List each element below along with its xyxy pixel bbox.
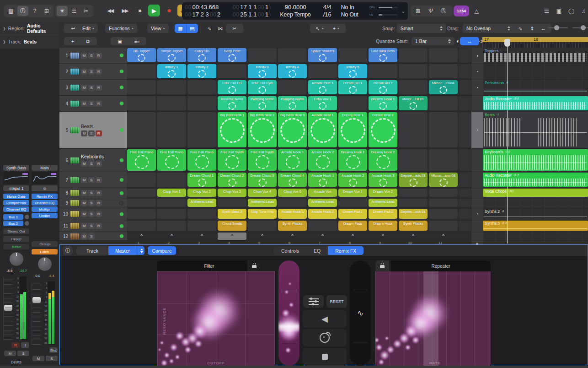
reverse-button[interactable]: ◀ xyxy=(303,310,347,328)
view-menu[interactable]: View▾ xyxy=(147,24,169,33)
plugin-slot[interactable]: Multipr xyxy=(32,206,58,212)
loop-cell[interactable]: Anthemic Lead xyxy=(248,199,277,207)
scene-trigger-10[interactable]: ⌃ xyxy=(399,233,428,240)
scene-trigger-6[interactable]: ⌃ xyxy=(278,233,307,240)
loop-cell[interactable]: Dream Pad 2 xyxy=(369,209,397,219)
send-bus[interactable]: Bus 1 xyxy=(3,214,23,220)
play-button[interactable]: ▶ xyxy=(148,5,160,16)
loop-cell[interactable]: Synth Plucks xyxy=(399,221,428,231)
tab-remix-fx[interactable]: Remix FX xyxy=(328,246,363,255)
arrange-track-row[interactable]: Audio Recorder↺↺ xyxy=(483,96,588,112)
mute-button[interactable]: M xyxy=(81,233,87,239)
loop-cell[interactable]: Space Shakers xyxy=(308,48,337,62)
master-stepper[interactable] xyxy=(137,246,144,255)
volume-fader[interactable] xyxy=(32,281,41,345)
cell-queue-indicator[interactable] xyxy=(471,96,483,112)
loop-cell[interactable]: Arcade Hook 2 xyxy=(338,173,367,187)
track-header-5[interactable]: 5BeatsMSR xyxy=(59,112,127,148)
track-header-7[interactable]: 7MSR xyxy=(59,172,127,188)
loop-cell[interactable]: Pumping Noise xyxy=(248,96,277,110)
toolbar-icon[interactable]: ⊞ xyxy=(41,6,52,16)
loop-cell[interactable]: Infinity 3 xyxy=(248,64,277,78)
empty-cell[interactable] xyxy=(187,221,216,231)
loop-cell[interactable]: Free Fall Piano xyxy=(127,149,156,171)
empty-cell[interactable] xyxy=(157,96,186,110)
loop-cell[interactable]: Simple Topper xyxy=(157,48,186,62)
mute-button[interactable]: M xyxy=(81,69,87,75)
arrange-track-row[interactable]: Toppers xyxy=(483,48,588,64)
plugin-slot[interactable]: Channel EQ xyxy=(32,200,58,206)
cell-queue-indicator[interactable]: ◔ xyxy=(471,112,483,149)
track-header-8[interactable]: 8MSR xyxy=(59,188,127,198)
send-knob[interactable] xyxy=(25,221,29,226)
loop-cell[interactable]: Daydre…ads 01 xyxy=(399,173,428,187)
playhead-handle[interactable] xyxy=(504,39,510,47)
loop-cell[interactable]: Infinity 2 xyxy=(187,64,216,78)
input-slot[interactable]: ◎Input 1 xyxy=(3,185,29,191)
loop-cell[interactable]: Dreams Hook 1 xyxy=(369,96,397,110)
quantize-select[interactable]: 1 Bar xyxy=(412,37,454,45)
solo-button[interactable]: S xyxy=(88,101,95,107)
cell-queue-indicator[interactable] xyxy=(471,220,483,232)
loop-cell[interactable]: Chop Vox 1 xyxy=(157,189,186,197)
apple-loops-icon[interactable]: ◯ xyxy=(566,6,577,16)
browsers-icon[interactable]: ♫ xyxy=(578,6,588,16)
input-monitor-dot[interactable] xyxy=(120,54,123,57)
volume-fader[interactable] xyxy=(3,276,13,340)
loop-cell[interactable]: Arcade Hook 2 xyxy=(308,149,337,171)
track-header-9[interactable]: 9MSR xyxy=(59,198,127,208)
record-enable-button[interactable]: R xyxy=(96,161,102,167)
solo-button[interactable]: S xyxy=(88,69,95,75)
reset-button[interactable]: RESET xyxy=(326,295,347,308)
loop-cell[interactable]: Infinity 1 xyxy=(157,64,186,78)
automation-mode-read[interactable]: Read xyxy=(3,244,29,249)
downer-vinyl-button[interactable] xyxy=(303,329,347,346)
empty-cell[interactable] xyxy=(187,209,216,219)
loop-cell[interactable]: Dream Chord 4 xyxy=(278,173,307,187)
command-tool-menu[interactable]: +▾ xyxy=(326,24,346,33)
add-scene-button[interactable]: ▣ xyxy=(111,37,129,45)
empty-cell[interactable] xyxy=(127,173,156,187)
split-tool-icon[interactable]: ✂ xyxy=(226,24,243,33)
empty-cell[interactable] xyxy=(127,64,156,78)
group-slot[interactable]: Group xyxy=(32,241,58,247)
empty-cell[interactable] xyxy=(399,199,428,207)
loop-cell[interactable]: Echo Vox 1 xyxy=(308,96,337,110)
solo-button[interactable]: S xyxy=(88,211,95,217)
loop-cell[interactable]: Free Fall HH xyxy=(218,80,246,94)
input-monitor-dot[interactable] xyxy=(120,102,123,105)
loop-cell[interactable]: Mirror…Fill 01 xyxy=(399,96,428,110)
solo-button[interactable]: S xyxy=(88,223,95,229)
solo-button[interactable]: S xyxy=(88,190,95,196)
track-mode-button[interactable]: Track xyxy=(76,246,108,255)
record-enable-button[interactable]: R xyxy=(96,200,102,206)
loop-cell[interactable]: Crazy HH xyxy=(187,48,216,62)
filter-xy-pad[interactable]: RESONANCE CUTOFF xyxy=(157,271,275,367)
record-enable-button[interactable]: R xyxy=(96,69,102,75)
loop-cell[interactable]: Dream Chord 3 xyxy=(248,173,277,187)
loop-cell[interactable]: Dream Beat 2 xyxy=(369,112,397,147)
stop-button[interactable]: ■ xyxy=(134,5,145,16)
loop-cell[interactable]: Dream Pads xyxy=(338,221,367,231)
loop-cell[interactable]: HH Topper xyxy=(127,48,156,62)
input-monitor-dot[interactable] xyxy=(119,201,123,206)
group-slot[interactable]: Group xyxy=(3,236,29,242)
repeater-xy-pad[interactable]: MIX RATE xyxy=(375,271,491,367)
empty-cell[interactable] xyxy=(127,189,156,197)
quick-help-icon[interactable]: ? xyxy=(29,6,40,16)
loop-cell[interactable]: Synth Plucks xyxy=(278,221,307,231)
mute-button[interactable]: M xyxy=(81,85,87,91)
strip-setting-button[interactable]: Synth Bass xyxy=(3,165,29,171)
empty-cell[interactable] xyxy=(369,64,397,78)
scene-trigger-11[interactable]: ⌃ xyxy=(429,233,458,240)
loop-cell[interactable]: Synth Bass 3 xyxy=(218,209,246,219)
empty-cell[interactable] xyxy=(429,189,458,197)
no-input-monitoring-icon[interactable]: ⊠ xyxy=(412,6,423,16)
plugin-slot[interactable]: Remix FX xyxy=(32,194,58,199)
mixer-icon[interactable]: ☰ xyxy=(69,6,80,16)
record-enable-button[interactable]: R xyxy=(96,53,102,59)
track-header-2[interactable]: 2MSR xyxy=(59,64,127,79)
empty-cell[interactable] xyxy=(429,209,458,219)
strip-name[interactable]: Beats xyxy=(3,360,29,364)
empty-cell[interactable] xyxy=(278,199,307,207)
